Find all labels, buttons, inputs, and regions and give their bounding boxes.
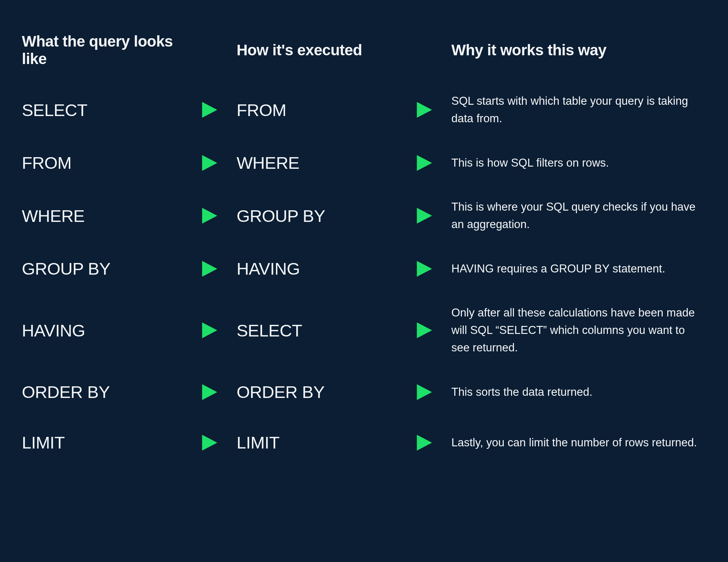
- written-order-cell: GROUP BY: [22, 243, 182, 294]
- executed-order-cell: FROM: [237, 85, 397, 135]
- written-order-cell: FROM: [22, 137, 182, 188]
- explanation-cell: HAVING requires a GROUP BY statement.: [451, 250, 699, 288]
- svg-marker-1: [417, 102, 432, 118]
- written-order-cell: ORDER BY: [22, 367, 182, 417]
- executed-order-cell: HAVING: [237, 243, 397, 294]
- play-arrow-icon: [189, 98, 229, 121]
- svg-marker-4: [202, 208, 217, 224]
- executed-order-cell: WHERE: [237, 137, 397, 188]
- svg-marker-12: [202, 435, 217, 451]
- explanation-cell: This is where your SQL query checks if y…: [451, 188, 699, 243]
- header-executed: How it's executed: [237, 41, 397, 73]
- svg-marker-0: [202, 102, 217, 118]
- executed-order-cell: LIMIT: [237, 417, 397, 468]
- written-order-cell: LIMIT: [22, 417, 182, 468]
- executed-order-cell: GROUP BY: [237, 191, 397, 241]
- svg-marker-13: [417, 435, 432, 451]
- executed-order-cell: SELECT: [237, 305, 397, 356]
- play-arrow-icon: [404, 319, 444, 342]
- written-order-cell: WHERE: [22, 191, 182, 241]
- written-order-cell: SELECT: [22, 85, 182, 135]
- sql-order-diagram: What the query looks like How it's execu…: [22, 33, 706, 468]
- play-arrow-icon: [404, 151, 444, 175]
- play-arrow-icon: [404, 380, 444, 404]
- written-order-cell: HAVING: [22, 305, 182, 356]
- play-arrow-icon: [189, 204, 229, 227]
- svg-marker-9: [417, 322, 432, 338]
- svg-marker-10: [202, 384, 217, 400]
- svg-marker-8: [202, 322, 217, 338]
- play-arrow-icon: [404, 204, 444, 227]
- header-written: What the query looks like: [22, 33, 182, 82]
- svg-marker-2: [202, 155, 217, 171]
- svg-marker-6: [202, 261, 217, 277]
- svg-marker-7: [417, 261, 432, 277]
- play-arrow-icon: [404, 431, 444, 454]
- executed-order-cell: ORDER BY: [237, 367, 397, 417]
- play-arrow-icon: [404, 257, 444, 280]
- svg-marker-11: [417, 384, 432, 400]
- play-arrow-icon: [404, 98, 444, 121]
- play-arrow-icon: [189, 151, 229, 175]
- explanation-cell: This is how SQL filters on rows.: [451, 144, 699, 182]
- explanation-cell: Lastly, you can limit the number of rows…: [451, 424, 699, 462]
- play-arrow-icon: [189, 319, 229, 342]
- play-arrow-icon: [189, 431, 229, 454]
- explanation-cell: SQL starts with which table your query i…: [451, 82, 699, 137]
- explanation-cell: Only after all these calculations have b…: [451, 294, 699, 367]
- svg-marker-5: [417, 208, 432, 224]
- play-arrow-icon: [189, 257, 229, 280]
- explanation-cell: This sorts the data returned.: [451, 373, 699, 411]
- header-why: Why it works this way: [451, 41, 699, 73]
- play-arrow-icon: [189, 380, 229, 404]
- svg-marker-3: [417, 155, 432, 171]
